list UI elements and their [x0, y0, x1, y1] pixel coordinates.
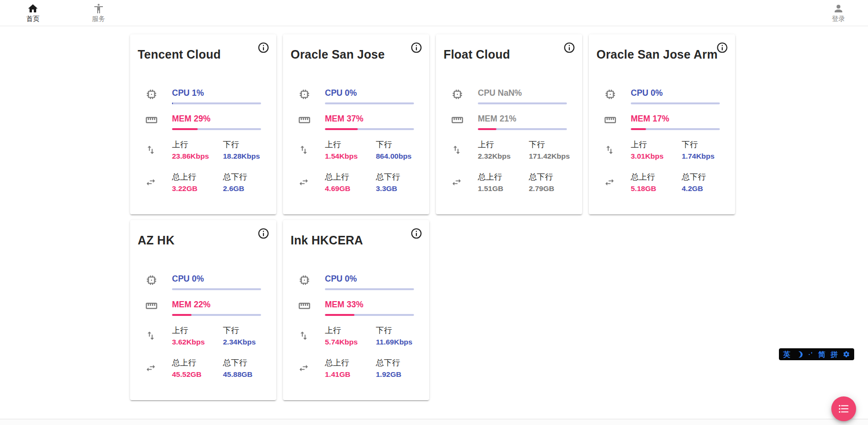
cpu-usage-label: CPU NaN% — [478, 88, 567, 98]
mem-progress-fill — [478, 128, 496, 130]
total-download-value: 3.3GB — [376, 183, 414, 194]
network-speed-row: 上行 2.32Kbps 下行 171.42Kbps — [444, 140, 575, 162]
mem-usage-label: MEM 29% — [172, 114, 261, 124]
up-down-arrows-icon — [145, 330, 156, 341]
info-icon — [257, 41, 270, 54]
server-name: Oracle San Jose Arm — [596, 48, 727, 61]
ime-language-toggle[interactable]: 英 — [783, 348, 790, 360]
upload-speed-value: 3.62Kbps — [172, 337, 223, 347]
cpu-row: CPU NaN% — [444, 88, 575, 104]
mem-progress-fill — [325, 128, 358, 130]
memory-ruler-icon — [451, 114, 464, 126]
ime-toolbar: 英 ·' 简 拼 — [779, 348, 854, 360]
list-icon — [838, 403, 850, 415]
cpu-chip-icon — [298, 274, 311, 286]
network-total-row: 总上行 4.69GB 总下行 3.3GB — [291, 172, 422, 194]
top-nav-bar: 首页 服务 登录 — [0, 0, 868, 26]
footer-strip — [0, 419, 868, 425]
total-upload-value: 4.69GB — [325, 183, 376, 194]
server-name: Tencent Cloud — [138, 48, 269, 61]
server-list-fab[interactable] — [831, 396, 856, 421]
mem-progress-fill — [172, 314, 192, 316]
upload-speed-value: 5.74Kbps — [325, 337, 376, 347]
server-info-button[interactable] — [410, 227, 424, 240]
mem-progress-bar — [325, 314, 414, 316]
total-download-label: 总下行 — [682, 172, 720, 182]
person-icon — [833, 3, 844, 14]
memory-ruler-icon — [298, 114, 311, 126]
nav-item-home[interactable]: 首页 — [20, 3, 46, 23]
cpu-progress-fill — [172, 102, 173, 104]
nav-item-login[interactable]: 登录 — [825, 3, 852, 23]
cpu-chip-icon — [451, 88, 464, 101]
total-download-label: 总下行 — [376, 172, 414, 182]
server-info-button[interactable] — [716, 41, 729, 54]
ime-pinyin-toggle[interactable]: 拼 — [830, 348, 838, 360]
info-icon — [410, 41, 423, 54]
download-label: 下行 — [682, 140, 720, 150]
total-download-value: 4.2GB — [682, 183, 720, 194]
mem-usage-label: MEM 17% — [631, 114, 720, 124]
download-label: 下行 — [223, 140, 261, 150]
memory-ruler-icon — [145, 114, 158, 126]
cpu-progress-bar — [172, 288, 261, 290]
server-info-button[interactable] — [257, 41, 271, 54]
server-stats: CPU 0% MEM 22% 上行 — [138, 274, 269, 380]
network-speed-row: 上行 5.74Kbps 下行 11.69Kbps — [291, 325, 422, 347]
cpu-progress-bar — [325, 288, 414, 290]
upload-speed-value: 2.32Kbps — [478, 151, 529, 162]
network-total-row: 总上行 45.52GB 总下行 45.88GB — [138, 358, 269, 380]
download-speed-value: 11.69Kbps — [376, 337, 414, 347]
network-speed-row: 上行 1.54Kbps 下行 864.00bps — [291, 140, 422, 162]
ime-moon-icon[interactable] — [796, 351, 803, 358]
swap-arrows-icon — [298, 177, 309, 188]
upload-label: 上行 — [478, 140, 529, 150]
network-total-row: 总上行 1.51GB 总下行 2.79GB — [444, 172, 575, 194]
server-name: Ink HKCERA — [291, 233, 422, 247]
server-cards-grid: Tencent Cloud CPU 1% MEM 29% — [130, 34, 735, 400]
mem-progress-bar — [325, 128, 414, 130]
server-stats: CPU NaN% MEM 21% 上行 — [444, 88, 575, 194]
ime-settings-gear-icon[interactable] — [843, 351, 850, 358]
cpu-row: CPU 0% — [596, 88, 727, 104]
cpu-chip-icon — [145, 88, 158, 101]
download-label: 下行 — [376, 325, 414, 335]
ime-punctuation-toggle[interactable]: ·' — [808, 348, 813, 360]
upload-speed-value: 1.54Kbps — [325, 151, 376, 162]
mem-progress-bar — [478, 128, 567, 130]
memory-ruler-icon — [145, 300, 158, 312]
server-info-button[interactable] — [563, 41, 576, 54]
nav-item-services[interactable]: 服务 — [85, 3, 112, 23]
cpu-usage-label: CPU 0% — [325, 88, 414, 98]
mem-row: MEM 29% — [138, 114, 269, 130]
swap-arrows-icon — [298, 363, 309, 374]
total-download-value: 2.79GB — [529, 183, 567, 194]
up-down-arrows-icon — [451, 144, 462, 155]
mem-progress-fill — [631, 128, 646, 130]
server-info-button[interactable] — [410, 41, 424, 54]
cpu-chip-icon — [604, 88, 616, 101]
nav-left-group: 首页 服务 — [0, 3, 112, 23]
total-download-value: 2.6GB — [223, 183, 261, 194]
mem-row: MEM 22% — [138, 300, 269, 316]
server-info-button[interactable] — [257, 227, 271, 240]
download-label: 下行 — [376, 140, 414, 150]
server-card: Float Cloud CPU NaN% MEM 21% — [436, 34, 582, 214]
mem-progress-bar — [172, 128, 261, 130]
mem-usage-label: MEM 22% — [172, 300, 261, 310]
info-icon — [257, 227, 270, 240]
home-icon — [27, 3, 39, 14]
mem-row: MEM 37% — [291, 114, 422, 130]
cpu-row: CPU 1% — [138, 88, 269, 104]
total-download-value: 1.92GB — [376, 369, 414, 380]
cpu-usage-label: CPU 0% — [172, 274, 261, 284]
memory-ruler-icon — [604, 114, 616, 126]
mem-progress-fill — [325, 314, 354, 316]
ime-simplified-toggle[interactable]: 简 — [818, 348, 825, 360]
cpu-usage-label: CPU 0% — [325, 274, 414, 284]
total-upload-value: 3.22GB — [172, 183, 223, 194]
upload-speed-value: 3.01Kbps — [631, 151, 682, 162]
total-upload-label: 总上行 — [478, 172, 529, 182]
mem-row: MEM 17% — [596, 114, 727, 130]
up-down-arrows-icon — [298, 144, 309, 155]
